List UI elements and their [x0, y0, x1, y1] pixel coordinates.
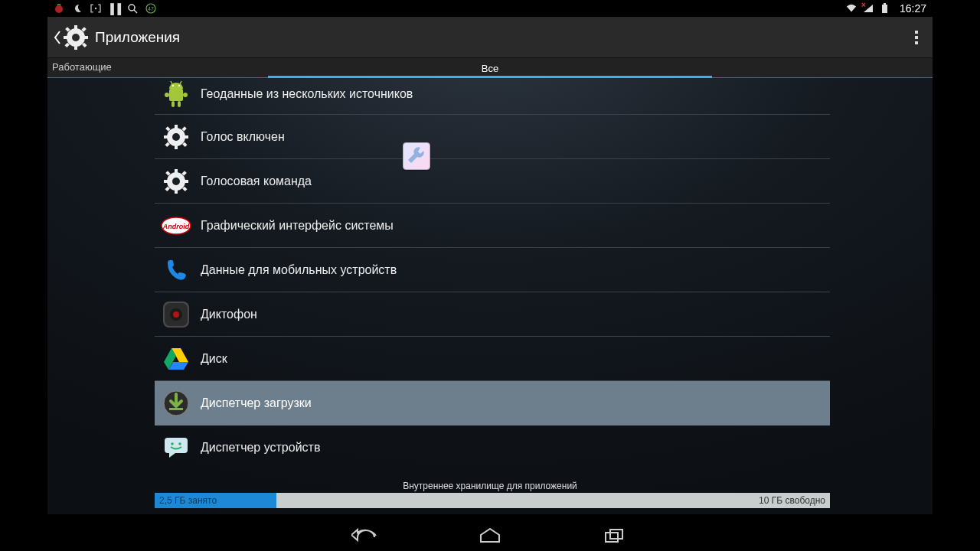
svg-rect-42: [184, 180, 188, 183]
svg-rect-40: [175, 189, 178, 194]
svg-point-21: [183, 93, 188, 97]
svg-rect-30: [175, 145, 178, 149]
app-label: Графический интерфейс системы: [201, 219, 394, 233]
app-row-system-ui[interactable]: Android Графический интерфейс системы: [155, 204, 830, 248]
overflow-menu-button[interactable]: [906, 31, 926, 44]
app-row-download-manager[interactable]: Диспетчер загрузки: [155, 381, 830, 425]
nav-back-button[interactable]: [348, 526, 381, 546]
download-icon: [161, 388, 191, 419]
app-row-voice-command[interactable]: Голосовая команда: [155, 159, 830, 204]
svg-line-25: [180, 81, 181, 84]
app-row-geodata[interactable]: Геоданные из нескольких источников: [155, 78, 830, 115]
navigation-bar: [47, 520, 933, 551]
svg-point-2: [129, 5, 135, 11]
storage-title: Внутреннее хранилище для приложений: [47, 481, 933, 491]
app-label: Голосовая команда: [201, 174, 312, 188]
svg-rect-60: [610, 530, 622, 539]
svg-rect-7: [884, 3, 886, 5]
svg-rect-29: [175, 125, 178, 129]
app-label: Геоданные из нескольких источников: [201, 87, 413, 101]
wrench-icon: [403, 143, 430, 169]
svg-point-37: [172, 133, 180, 141]
chat-smile-icon: [161, 432, 191, 463]
search-icon: [127, 3, 138, 14]
svg-rect-12: [74, 45, 77, 50]
storage-used-segment: 2,5 ГБ занято: [155, 493, 276, 508]
svg-rect-41: [164, 180, 168, 183]
moon-icon: [72, 3, 83, 14]
storage-bar: 2,5 ГБ занято 10 ГБ свободно: [155, 493, 830, 508]
svg-point-20: [165, 93, 169, 97]
svg-point-57: [171, 442, 174, 445]
clock: 16:27: [900, 2, 926, 15]
android-robot-icon: [161, 79, 191, 109]
page-title: Приложения: [95, 29, 180, 46]
tab-running[interactable]: Работающие: [52, 61, 112, 73]
temp-badge-icon: 47: [145, 3, 156, 14]
tab-bar: Работающие Все: [47, 58, 933, 78]
app-label: Данные для мобильных устройств: [201, 263, 397, 277]
pause-icon: ▐▐: [109, 3, 119, 14]
gear-icon: [161, 166, 191, 197]
svg-text:Android: Android: [162, 223, 190, 230]
settings-gear-icon: [63, 24, 89, 51]
nav-recents-button[interactable]: [599, 526, 632, 546]
svg-point-53: [173, 311, 179, 318]
app-label: Диктофон: [201, 308, 257, 321]
svg-point-0: [55, 5, 63, 13]
svg-text:47: 47: [148, 6, 154, 11]
svg-rect-13: [64, 36, 68, 39]
app-row-voice-on[interactable]: Голос включен: [155, 115, 830, 159]
svg-rect-11: [74, 25, 77, 30]
storage-free-label: 10 ГБ свободно: [759, 495, 825, 506]
svg-line-24: [171, 81, 172, 84]
svg-rect-55: [169, 408, 183, 410]
wifi-icon: [846, 3, 857, 14]
svg-rect-19: [169, 89, 183, 101]
svg-point-47: [172, 178, 180, 185]
floating-assist-widget[interactable]: [403, 142, 430, 170]
back-button[interactable]: Приложения: [54, 24, 180, 51]
strawberry-icon: [54, 3, 64, 14]
device-screen: ▐▐ 47 × 16:27: [47, 0, 933, 551]
svg-rect-59: [606, 533, 618, 542]
app-label: Голос включен: [201, 130, 285, 144]
app-label: Диспетчер загрузки: [201, 396, 312, 410]
svg-rect-14: [83, 36, 88, 39]
phone-icon: [161, 255, 191, 285]
svg-point-26: [172, 84, 174, 86]
svg-rect-56: [165, 438, 188, 453]
nav-home-button[interactable]: [473, 526, 507, 546]
battery-icon: [880, 3, 890, 14]
google-drive-icon: [161, 344, 191, 374]
brackets-icon: [90, 3, 101, 14]
storage-used-label: 2,5 ГБ занято: [159, 495, 217, 506]
chevron-left-icon: [54, 31, 61, 44]
status-bar: ▐▐ 47 × 16:27: [47, 0, 933, 17]
svg-rect-31: [164, 135, 168, 139]
svg-rect-39: [175, 169, 178, 174]
svg-point-27: [178, 84, 180, 86]
cell-signal-icon: ×: [863, 3, 874, 14]
app-row-device-manager[interactable]: Диспетчер устройств: [155, 425, 830, 470]
letterbox-right: [933, 0, 980, 551]
app-row-recorder[interactable]: Диктофон: [155, 292, 830, 337]
svg-rect-23: [178, 101, 181, 107]
action-bar: Приложения: [47, 17, 933, 58]
svg-point-1: [95, 8, 96, 9]
app-row-drive[interactable]: Диск: [155, 337, 830, 381]
svg-line-3: [134, 10, 137, 13]
app-label: Диспетчер устройств: [201, 441, 320, 455]
recorder-icon: [161, 299, 191, 330]
gear-icon: [161, 122, 191, 152]
android-kitkat-icon: Android: [161, 210, 191, 241]
svg-rect-6: [882, 5, 887, 13]
svg-point-10: [72, 34, 80, 41]
svg-point-58: [178, 442, 181, 445]
app-list-area: Геоданные из нескольких источников Голос…: [47, 78, 933, 514]
svg-rect-32: [184, 135, 188, 139]
app-label: Диск: [201, 352, 227, 366]
app-list[interactable]: Геоданные из нескольких источников Голос…: [155, 78, 830, 470]
app-row-mobile-data[interactable]: Данные для мобильных устройств: [155, 248, 830, 292]
letterbox-left: [0, 0, 47, 551]
